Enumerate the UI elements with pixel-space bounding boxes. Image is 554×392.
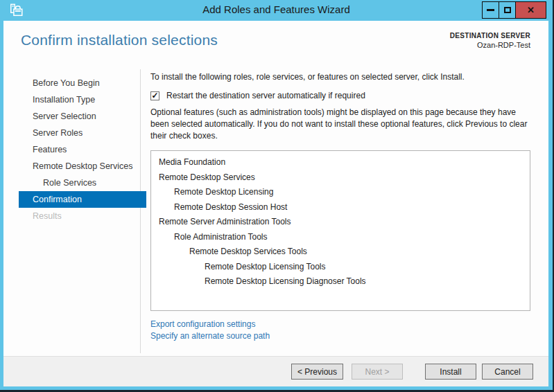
close-icon: ✕ — [527, 6, 535, 15]
restart-checkbox[interactable]: ✓ — [150, 91, 159, 100]
window-title: Add Roles and Features Wizard — [0, 3, 553, 15]
restart-checkbox-label[interactable]: Restart the destination server automatic… — [166, 91, 365, 100]
destination-server-block: DESTINATION SERVER Ozan-RDP-Test — [450, 32, 530, 49]
list-item: Remote Desktop Licensing — [151, 185, 530, 200]
page-title: Confirm installation selections — [21, 32, 218, 48]
intro-text: To install the following roles, role ser… — [150, 72, 530, 82]
list-item: Media Foundation — [151, 155, 530, 170]
restart-checkbox-row[interactable]: ✓ Restart the destination server automat… — [150, 91, 530, 100]
wizard-footer: < Previous Next > Install Cancel — [3, 356, 548, 386]
sidebar-item-server-roles[interactable]: Server Roles — [19, 125, 146, 141]
wizard-window: Add Roles and Features Wizard ✕ Confirm … — [0, 0, 554, 392]
sidebar-item-installation-type[interactable]: Installation Type — [19, 91, 146, 108]
screenshot-stage: Add Roles and Features Wizard ✕ Confirm … — [0, 0, 554, 392]
sidebar-item-confirmation[interactable]: Confirmation — [19, 191, 146, 208]
wizard-step-nav: Before You Begin Installation Type Serve… — [3, 75, 146, 224]
window-controls: ✕ — [483, 1, 546, 19]
list-item: Remote Desktop Services — [151, 170, 530, 186]
previous-button[interactable]: < Previous — [291, 364, 343, 380]
optional-features-note: Optional features (such as administratio… — [150, 107, 530, 142]
cancel-button[interactable]: Cancel — [482, 364, 533, 380]
minimize-icon — [487, 9, 494, 11]
list-item: Remote Desktop Session Host — [151, 200, 530, 215]
confirmation-pane: To install the following roles, role ser… — [150, 72, 530, 342]
maximize-icon — [504, 7, 511, 13]
install-button[interactable]: Install — [425, 364, 476, 380]
sidebar-item-server-selection[interactable]: Server Selection — [19, 108, 146, 125]
destination-server-label: DESTINATION SERVER — [450, 32, 530, 39]
maximize-button[interactable] — [499, 1, 516, 19]
selected-items-listbox[interactable]: Media Foundation Remote Desktop Services… — [150, 150, 530, 311]
alternate-source-path-link[interactable]: Specify an alternate source path — [150, 330, 270, 342]
sidebar-item-before-you-begin[interactable]: Before You Begin — [19, 75, 146, 91]
link-group: Export configuration settings Specify an… — [150, 319, 530, 342]
title-bar[interactable]: Add Roles and Features Wizard ✕ — [0, 0, 553, 21]
sidebar-item-results: Results — [19, 208, 146, 224]
wizard-body: Confirm installation selections DESTINAT… — [3, 21, 548, 386]
sidebar-item-features[interactable]: Features — [19, 141, 146, 158]
export-configuration-link[interactable]: Export configuration settings — [150, 319, 255, 330]
list-item: Remote Desktop Licensing Tools — [151, 260, 530, 275]
checkmark-icon: ✓ — [151, 91, 158, 100]
minimize-button[interactable] — [482, 1, 499, 19]
sidebar-item-role-services[interactable]: Role Services — [19, 175, 146, 191]
destination-server-name: Ozan-RDP-Test — [450, 41, 530, 49]
close-button[interactable]: ✕ — [515, 1, 546, 19]
list-item: Remote Server Administration Tools — [151, 215, 530, 230]
list-item: Remote Desktop Licensing Diagnoser Tools — [151, 274, 530, 289]
sidebar-item-remote-desktop-services[interactable]: Remote Desktop Services — [19, 158, 146, 175]
next-button: Next > — [352, 364, 403, 380]
list-item: Role Administration Tools — [151, 230, 530, 245]
list-item: Remote Desktop Services Tools — [151, 244, 530, 260]
